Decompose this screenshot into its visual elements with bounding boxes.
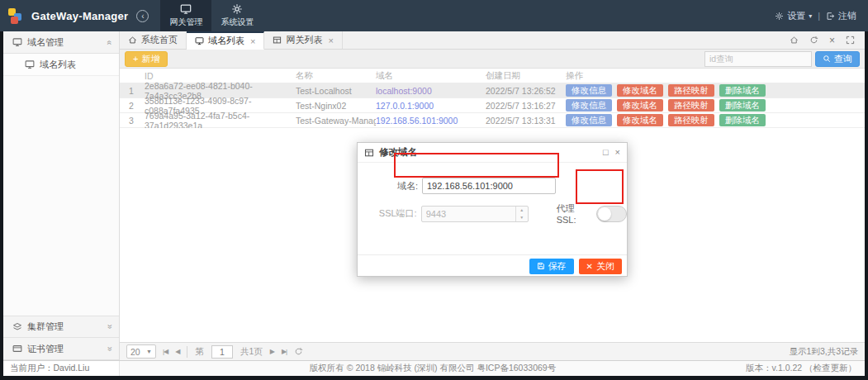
proxy-ssl-toggle[interactable]: [596, 206, 627, 222]
current-user-label: 当前用户：David.Liu: [3, 361, 120, 376]
first-page-button[interactable]: |◀: [163, 348, 168, 355]
close-icon[interactable]: ×: [829, 36, 835, 45]
window-icon: [364, 148, 374, 158]
row-created: 2022/5/7 13:13:31: [486, 116, 566, 126]
sidebar-group-label: 域名管理: [27, 36, 64, 49]
application-window: GateWay-Manager ‹ 网关管理 系统设置 设置 ▾ | 注销: [0, 0, 868, 380]
row-created: 2022/5/7 13:16:27: [486, 101, 566, 111]
spinner-down-icon[interactable]: ▼: [516, 214, 528, 221]
chevron-up-icon: «: [106, 40, 115, 45]
refresh-icon[interactable]: [809, 36, 818, 45]
expand-icon[interactable]: [846, 36, 855, 45]
row-id: 769a4a95-3a12-4fa7-b5c4-37a1d2933e1a: [143, 111, 296, 131]
edit-domain-button[interactable]: 修改域名: [617, 99, 663, 112]
next-page-button[interactable]: ▶: [270, 348, 274, 355]
spinner-up-icon[interactable]: ▲: [516, 207, 528, 214]
delete-domain-button[interactable]: 删除域名: [719, 114, 766, 126]
page-prefix-label: 第: [195, 346, 204, 358]
prev-page-button[interactable]: ◀: [175, 348, 179, 355]
copyright-text: 版权所有 © 2018 锦岭科技 (深圳) 有限公司 粤ICP备16033069…: [120, 363, 746, 374]
monitor-icon: [195, 36, 204, 45]
tab-bar: 系统首页 域名列表 × 网关列表 × ×: [120, 31, 865, 50]
domain-link[interactable]: localhost:9000: [376, 86, 432, 96]
domain-field-label: 域名:: [358, 180, 422, 192]
edit-info-button[interactable]: 修改信息: [566, 114, 612, 126]
refresh-icon[interactable]: [294, 347, 303, 356]
chevron-down-icon: ▼: [146, 349, 152, 354]
gear-icon: [231, 3, 243, 15]
sidebar-group-certificate[interactable]: 证书管理 «: [3, 338, 119, 360]
page-total-label: 共1页: [240, 346, 263, 358]
domain-table: ID 名称 域名 创建日期 操作 1 2e8a6a72-ee08-4821-b0…: [120, 69, 865, 128]
table-row[interactable]: 3 769a4a95-3a12-4fa7-b5c4-37a1d2933e1a T…: [120, 113, 865, 128]
domain-link[interactable]: 127.0.0.1:9000: [376, 101, 434, 111]
sidebar-collapse-button[interactable]: ‹: [136, 10, 149, 22]
ssl-port-field-label: SSL端口:: [358, 207, 421, 220]
domain-input[interactable]: [422, 178, 556, 194]
chevron-down-icon: «: [106, 325, 115, 330]
add-button[interactable]: + 新增: [125, 51, 168, 67]
logout-button[interactable]: 注销: [826, 10, 856, 22]
domain-link[interactable]: 192.168.56.101:9000: [376, 116, 458, 126]
home-icon[interactable]: [790, 36, 799, 45]
record-summary: 显示1到3,共3记录: [790, 346, 858, 358]
tab-gateway-list[interactable]: 网关列表 ×: [264, 31, 342, 49]
home-icon: [128, 36, 137, 45]
settings-dropdown[interactable]: 设置 ▾: [775, 10, 812, 22]
sidebar-group-cluster[interactable]: 集群管理 «: [3, 316, 119, 338]
page-size-value: 20: [130, 347, 140, 357]
grid-icon: [273, 36, 282, 45]
toggle-knob: [598, 207, 611, 221]
row-name: Test-Nginx02: [296, 101, 376, 111]
close-icon[interactable]: ×: [615, 148, 620, 157]
page-number-input[interactable]: [211, 345, 233, 359]
column-header-actions: 操作: [566, 70, 865, 82]
dialog-footer: 保存 ✕ 关闭: [358, 254, 627, 277]
gear-icon: [775, 12, 784, 21]
delete-domain-button[interactable]: 删除域名: [719, 99, 766, 112]
last-page-button[interactable]: ▶|: [282, 348, 287, 355]
close-icon[interactable]: ×: [250, 36, 255, 46]
brand: GateWay-Manager ‹: [0, 0, 160, 31]
row-number: 1: [120, 86, 143, 96]
delete-domain-button[interactable]: 删除域名: [719, 84, 766, 97]
layers-icon: [12, 322, 22, 332]
ssl-port-input[interactable]: [422, 207, 515, 221]
column-header-id: ID: [143, 71, 296, 81]
settings-label: 设置: [787, 10, 805, 22]
search-button[interactable]: 查询: [815, 51, 860, 67]
page-size-select[interactable]: 20 ▼: [126, 344, 156, 359]
maximize-icon[interactable]: □: [603, 148, 609, 157]
sidebar-group-domain[interactable]: 域名管理 «: [3, 31, 119, 54]
edit-domain-button[interactable]: 修改域名: [617, 114, 663, 126]
search-input[interactable]: [704, 51, 812, 67]
sidebar-item-domain-list[interactable]: 域名列表: [3, 54, 119, 76]
add-button-label: 新增: [141, 53, 159, 65]
tab-domain-list[interactable]: 域名列表 ×: [187, 31, 264, 50]
path-mapping-button[interactable]: 路径映射: [668, 84, 714, 97]
topnav-item-settings[interactable]: 系统设置: [211, 0, 263, 31]
edit-domain-button[interactable]: 修改域名: [617, 84, 663, 97]
app-logo-icon: [8, 7, 25, 24]
monitor-icon: [25, 59, 35, 69]
column-header-domain: 域名: [376, 70, 486, 82]
path-mapping-button[interactable]: 路径映射: [668, 99, 714, 112]
dialog-header[interactable]: 修改域名 □ ×: [358, 143, 627, 163]
top-header-bar: GateWay-Manager ‹ 网关管理 系统设置 设置 ▾ | 注销: [0, 0, 868, 31]
divider: |: [818, 11, 820, 21]
topnav-item-gateway[interactable]: 网关管理: [160, 0, 211, 31]
sidebar-spacer: [3, 76, 119, 316]
save-button[interactable]: 保存: [529, 259, 574, 274]
edit-info-button[interactable]: 修改信息: [566, 84, 612, 97]
tab-system-home[interactable]: 系统首页: [120, 31, 187, 49]
sidebar-item-label: 域名列表: [40, 59, 76, 71]
divider: [187, 346, 187, 358]
close-button[interactable]: ✕ 关闭: [579, 259, 622, 274]
tabbar-tools: ×: [790, 31, 865, 49]
toolbar: + 新增 查询: [120, 50, 865, 69]
edit-info-button[interactable]: 修改信息: [566, 99, 612, 112]
close-icon[interactable]: ×: [328, 36, 333, 45]
path-mapping-button[interactable]: 路径映射: [668, 114, 714, 126]
topnav-label: 网关管理: [169, 17, 202, 28]
edit-domain-dialog: 修改域名 □ × 域名: SSL端口: ▲ ▼ 代理SSL:: [357, 142, 628, 277]
